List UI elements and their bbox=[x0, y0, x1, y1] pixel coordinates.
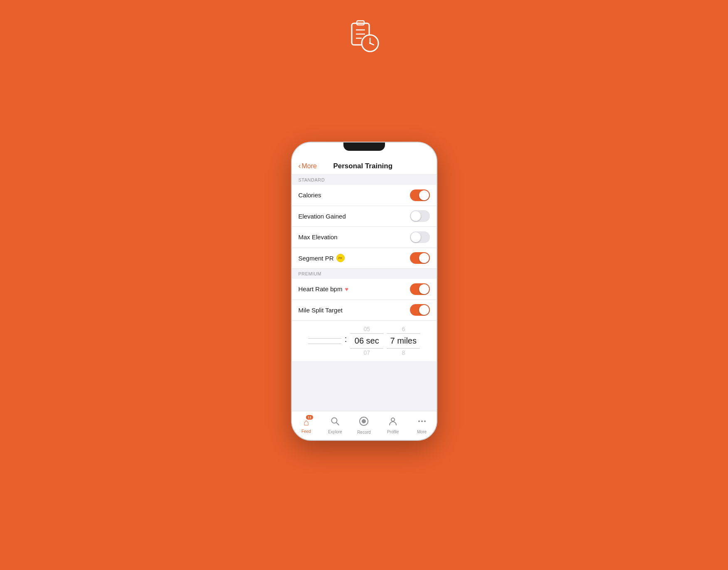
row-elevation-gained: Elevation Gained bbox=[292, 206, 437, 227]
elevation-gained-toggle[interactable] bbox=[410, 210, 430, 222]
tab-profile[interactable]: Profile bbox=[383, 417, 403, 434]
section-header-premium: Premium bbox=[292, 269, 437, 279]
calories-toggle[interactable] bbox=[410, 189, 430, 201]
svg-point-13 bbox=[362, 419, 366, 423]
toggle-knob bbox=[419, 253, 429, 263]
phone-shell: ‹ More Personal Training STANDARD Calori… bbox=[291, 142, 437, 441]
picker-seconds-val: 06 sec bbox=[355, 334, 379, 347]
profile-tab-label: Profile bbox=[387, 430, 399, 434]
picker-row: : 05 06 sec 07 6 7 bbox=[292, 324, 437, 358]
row-heart-rate: Heart Rate bpm ♥ bbox=[292, 279, 437, 300]
toggle-knob bbox=[411, 211, 421, 221]
picker-line-bottom bbox=[308, 344, 341, 344]
picker-line-bottom bbox=[387, 348, 420, 349]
toggle-knob bbox=[419, 284, 429, 294]
page-title: Personal Training bbox=[296, 162, 430, 170]
row-mile-split: Mile Split Target bbox=[292, 300, 437, 321]
tab-more[interactable]: More bbox=[412, 417, 432, 434]
picker-seconds-above: 05 bbox=[363, 326, 370, 332]
svg-point-17 bbox=[424, 420, 426, 422]
picker-separator: : bbox=[345, 334, 347, 344]
tab-feed[interactable]: ⌂ 11 Feed bbox=[296, 417, 316, 434]
section-header-standard: STANDARD bbox=[292, 175, 437, 185]
elevation-gained-label: Elevation Gained bbox=[299, 213, 410, 220]
svg-point-9 bbox=[369, 42, 371, 44]
picker-line-top bbox=[350, 333, 383, 334]
feed-badge: 11 bbox=[306, 415, 313, 420]
notch bbox=[343, 142, 385, 151]
tab-explore[interactable]: Explore bbox=[325, 417, 345, 434]
svg-line-11 bbox=[336, 423, 339, 425]
feed-tab-label: Feed bbox=[301, 429, 311, 434]
row-segment-pr: Segment PR PR bbox=[292, 248, 437, 269]
picker-miles-above: 6 bbox=[402, 326, 405, 332]
home-icon: ⌂ 11 bbox=[304, 417, 309, 428]
heart-rate-toggle[interactable] bbox=[410, 283, 430, 295]
picker-col-minutes[interactable] bbox=[308, 337, 341, 345]
svg-point-15 bbox=[418, 420, 420, 422]
max-elevation-label: Max Elevation bbox=[299, 233, 410, 241]
picker-col-seconds[interactable]: 05 06 sec 07 bbox=[350, 326, 383, 356]
more-tab-label: More bbox=[417, 430, 427, 434]
picker-seconds-below: 07 bbox=[363, 349, 370, 356]
heart-icon: ♥ bbox=[345, 286, 348, 292]
mile-split-label: Mile Split Target bbox=[299, 307, 410, 314]
picker-line-top bbox=[308, 338, 341, 339]
picker-miles-below: 8 bbox=[402, 349, 405, 356]
notch-bar bbox=[292, 142, 437, 157]
record-tab-label: Record bbox=[357, 430, 370, 435]
picker-section: : 05 06 sec 07 6 7 bbox=[292, 321, 437, 361]
picker-line-top bbox=[387, 333, 420, 334]
top-icon bbox=[348, 20, 381, 53]
toggle-knob bbox=[419, 190, 429, 200]
search-icon bbox=[331, 417, 340, 428]
bottom-gray-area bbox=[292, 361, 437, 411]
more-icon bbox=[417, 417, 427, 428]
scroll-content: STANDARD Calories Elevation Gained bbox=[292, 175, 437, 411]
picker-miles-val: 7 miles bbox=[390, 334, 417, 347]
page-wrapper: ‹ More Personal Training STANDARD Calori… bbox=[0, 0, 728, 570]
explore-tab-label: Explore bbox=[328, 430, 342, 434]
segment-pr-toggle[interactable] bbox=[410, 252, 430, 264]
row-max-elevation: Max Elevation bbox=[292, 227, 437, 248]
record-icon bbox=[359, 416, 369, 429]
heart-rate-label: Heart Rate bpm ♥ bbox=[299, 285, 410, 292]
tab-bar: ⌂ 11 Feed Explore bbox=[292, 411, 437, 440]
toggle-knob bbox=[419, 305, 429, 315]
picker-col-miles[interactable]: 6 7 miles 8 bbox=[387, 326, 420, 356]
calories-label: Calories bbox=[299, 192, 410, 199]
mile-split-toggle[interactable] bbox=[410, 304, 430, 316]
segment-pr-label: Segment PR PR bbox=[299, 254, 410, 262]
toggle-knob bbox=[411, 232, 421, 242]
row-calories: Calories bbox=[292, 185, 437, 206]
person-icon bbox=[388, 417, 397, 428]
picker-line-bottom bbox=[350, 348, 383, 349]
pr-badge-icon: PR bbox=[336, 254, 345, 262]
tab-record[interactable]: Record bbox=[353, 416, 374, 435]
svg-point-14 bbox=[391, 418, 395, 421]
max-elevation-toggle[interactable] bbox=[410, 231, 430, 243]
nav-header: ‹ More Personal Training bbox=[292, 157, 437, 175]
svg-point-16 bbox=[421, 420, 423, 422]
